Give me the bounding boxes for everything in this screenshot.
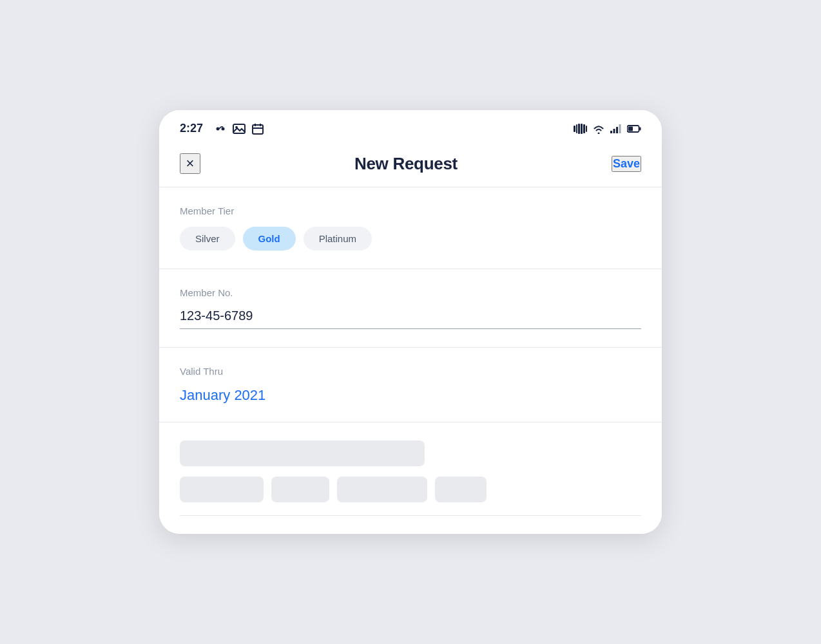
member-no-label: Member No. [180, 287, 641, 298]
header: × New Request Save [159, 142, 662, 187]
member-tier-label: Member Tier [180, 205, 641, 216]
page-title: New Request [354, 154, 458, 174]
svg-rect-11 [619, 124, 621, 133]
skeleton-chip-1 [180, 477, 264, 502]
skeleton-section [159, 422, 662, 534]
status-right-icons [574, 124, 641, 134]
tier-chips-group: Silver Gold Platinum [180, 227, 641, 251]
status-time: 2:27 [180, 122, 203, 135]
status-left-icons [215, 123, 264, 135]
battery-icon [627, 125, 641, 133]
tier-chip-gold[interactable]: Gold [243, 227, 296, 251]
signal-icon [610, 124, 622, 133]
skeleton-chip-2 [271, 477, 329, 502]
svg-point-1 [222, 127, 225, 130]
calendar-icon [252, 123, 264, 135]
close-button[interactable]: × [180, 153, 200, 174]
skeleton-chip-3 [337, 477, 427, 502]
valid-thru-value[interactable]: January 2021 [180, 387, 641, 404]
vibrate-icon [574, 124, 587, 134]
bottom-divider [180, 515, 641, 516]
wifi-icon [592, 124, 605, 134]
member-no-value[interactable]: 123-45-6789 [180, 308, 641, 329]
svg-point-0 [217, 127, 220, 130]
valid-thru-section: Valid Thru January 2021 [159, 348, 662, 422]
phone-frame: 2:27 [159, 110, 662, 534]
svg-rect-4 [253, 125, 263, 134]
save-button[interactable]: Save [612, 156, 641, 172]
svg-rect-10 [616, 127, 618, 133]
form-content: Member Tier Silver Gold Platinum Member … [159, 187, 662, 534]
svg-rect-14 [628, 126, 633, 131]
member-tier-section: Member Tier Silver Gold Platinum [159, 187, 662, 269]
status-bar-left: 2:27 [180, 122, 264, 135]
svg-rect-8 [610, 131, 612, 133]
svg-rect-2 [233, 124, 245, 133]
tier-chip-silver[interactable]: Silver [180, 227, 235, 251]
skeleton-chips [180, 477, 641, 502]
image-icon [233, 123, 246, 135]
skeleton-bar-wide [180, 440, 425, 466]
status-bar: 2:27 [159, 110, 662, 142]
valid-thru-label: Valid Thru [180, 366, 641, 377]
member-no-section: Member No. 123-45-6789 [159, 269, 662, 348]
svg-rect-13 [639, 127, 641, 130]
tier-chip-platinum[interactable]: Platinum [304, 227, 372, 251]
skeleton-chip-4 [435, 477, 487, 502]
svg-rect-9 [613, 129, 615, 133]
quote-icon [215, 123, 226, 135]
